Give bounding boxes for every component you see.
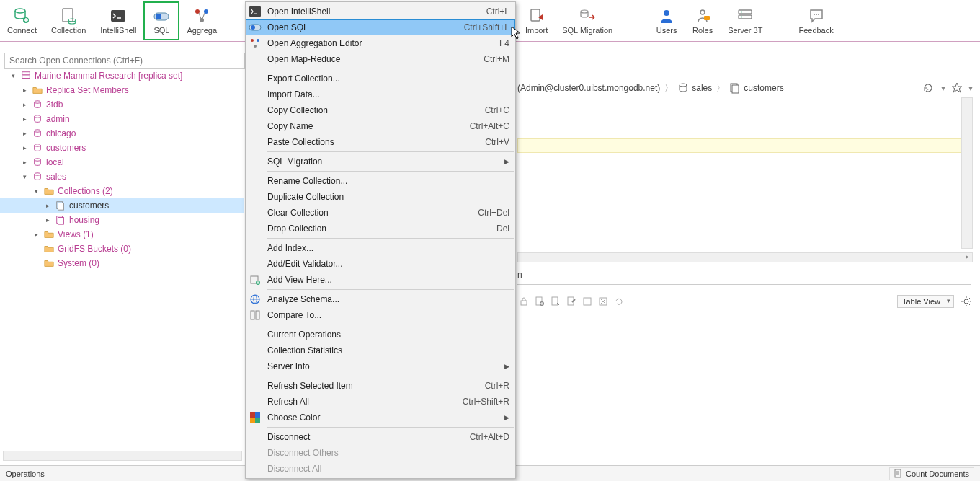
tree-label: local (46, 157, 64, 167)
toolbar-label: Feedback (798, 26, 833, 35)
tree-item[interactable]: ▸3tdb (0, 97, 244, 112)
menu-export-collection[interactable]: Export Collection... (246, 71, 515, 87)
count-documents-button[interactable]: Count Documents (889, 467, 974, 480)
menu-label: Current Operations (263, 330, 509, 340)
toolbar-label: SQL Migration (562, 26, 612, 35)
users-button[interactable]: Users (649, 1, 685, 40)
tree-horizontal-scrollbar[interactable] (3, 451, 242, 461)
tree-root[interactable]: ▾Marine Mammal Research [replica set] (0, 69, 244, 83)
connection-tree: ▾Marine Mammal Research [replica set] ▸R… (0, 69, 244, 452)
tree-item[interactable]: ▸customers (0, 141, 244, 155)
menu-shortcut: F4 (499, 38, 509, 48)
menu-paste-collections[interactable]: Paste CollectionsCtrl+V (246, 134, 515, 150)
menu-shortcut: Ctrl+C (485, 105, 509, 115)
edit-document-icon[interactable] (565, 295, 578, 308)
breadcrumb-collection[interactable]: customers (744, 83, 783, 93)
breadcrumb-database[interactable]: sales (692, 83, 712, 93)
tree-item[interactable]: ▸Replica Set Members (0, 83, 244, 97)
menu-open-aggregation[interactable]: Open Aggregation EditorF4 (246, 35, 515, 51)
menu-label: Refresh All (263, 397, 463, 407)
tree-item[interactable]: GridFS Buckets (0) (0, 242, 244, 256)
folder-icon (43, 229, 55, 240)
menu-copy-name[interactable]: Copy NameCtrl+Alt+C (246, 118, 515, 134)
svg-rect-47 (250, 418, 255, 423)
intellishell-button[interactable]: IntelliShell (93, 1, 143, 40)
tree-item-customers[interactable]: ▸customers (0, 198, 244, 213)
menu-add-view[interactable]: Add View Here... (246, 272, 515, 288)
tree-label: Views (1) (58, 229, 94, 239)
roles-button[interactable]: Roles (685, 1, 721, 40)
menu-clear-collection[interactable]: Clear CollectionCtrl+Del (246, 205, 515, 221)
toolbar-label: Collection (51, 26, 86, 35)
divider (517, 284, 971, 285)
menu-separator (267, 238, 514, 239)
add-document-icon[interactable] (533, 295, 546, 308)
menu-add-index[interactable]: Add Index... (246, 240, 515, 256)
vertical-scrollbar[interactable] (961, 97, 973, 249)
tree-item[interactable]: ▾Collections (2) (0, 184, 244, 198)
menu-choose-color[interactable]: Choose Color▶ (246, 410, 515, 425)
sql-migration-button[interactable]: SQL Migration (555, 1, 620, 40)
menu-drop-collection[interactable]: Drop CollectionDel (246, 221, 515, 237)
update-icon[interactable] (581, 295, 594, 308)
menu-refresh-all[interactable]: Refresh AllCtrl+Shift+R (246, 394, 515, 410)
menu-open-intellishell[interactable]: Open IntelliShellCtrl+L (246, 4, 515, 19)
menu-sql-migration[interactable]: SQL Migration▶ (246, 154, 515, 169)
delete-icon[interactable] (597, 295, 610, 308)
tree-item[interactable]: ▸Views (1) (0, 227, 244, 242)
svg-point-19 (814, 14, 815, 15)
tree-item[interactable]: ▸local (0, 155, 244, 169)
feedback-button[interactable]: Feedback (791, 1, 840, 40)
folder-icon (43, 243, 55, 255)
view-document-icon[interactable] (549, 295, 562, 308)
svg-point-37 (251, 39, 254, 42)
menu-collection-statistics[interactable]: Collection Statistics (246, 343, 515, 358)
menu-open-sql[interactable]: Open SQLCtrl+Shift+L (246, 19, 515, 35)
menu-refresh-selected[interactable]: Refresh Selected ItemCtrl+R (246, 378, 515, 394)
menu-shortcut: Ctrl+Shift+L (464, 22, 509, 32)
menu-import-data[interactable]: Import Data... (246, 87, 515, 102)
lock-icon[interactable] (517, 295, 530, 308)
server-3t-button[interactable]: Server 3T (721, 1, 770, 40)
connect-button[interactable]: Connect (0, 1, 44, 40)
menu-label: Rename Collection... (263, 176, 509, 186)
server-icon (20, 70, 32, 81)
menu-label: Collection Statistics (263, 345, 509, 356)
menu-server-info[interactable]: Server Info▶ (246, 358, 515, 374)
refresh-dropdown-icon[interactable] (922, 82, 935, 94)
svg-rect-43 (251, 311, 254, 319)
tree-item[interactable]: ▾sales (0, 169, 244, 184)
menu-rename-collection[interactable]: Rename Collection... (246, 173, 515, 189)
refresh-icon[interactable] (612, 295, 625, 308)
svg-point-20 (816, 14, 817, 15)
menu-disconnect[interactable]: DisconnectCtrl+Alt+D (246, 429, 515, 445)
menu-label: Drop Collection (263, 224, 496, 234)
menu-duplicate-collection[interactable]: Duplicate Collection (246, 189, 515, 205)
search-input[interactable] (4, 53, 245, 69)
operations-label[interactable]: Operations (6, 469, 45, 478)
breadcrumb-connection[interactable]: (Admin@cluster0.uibst.mongodb.net) (517, 83, 660, 93)
svg-point-17 (741, 12, 742, 13)
sql-button[interactable]: SQL (143, 1, 179, 40)
view-mode-dropdown[interactable]: Table View (897, 295, 954, 308)
tree-item[interactable]: System (0) (0, 256, 244, 270)
menu-separator (267, 171, 514, 172)
menu-open-mapreduce[interactable]: Open Map-ReduceCtrl+M (246, 51, 515, 67)
menu-compare-to[interactable]: Compare To... (246, 307, 515, 323)
menu-add-validator[interactable]: Add/Edit Validator... (246, 256, 515, 272)
menu-analyze-schema[interactable]: Analyze Schema... (246, 291, 515, 307)
svg-point-49 (680, 84, 687, 87)
aggregate-button[interactable]: Aggrega (179, 1, 224, 40)
svg-point-24 (35, 101, 41, 104)
horizontal-scrollbar[interactable]: ▸ (517, 252, 973, 262)
menu-label: Export Collection... (263, 74, 509, 84)
import-button[interactable]: Import (518, 1, 555, 40)
tree-item[interactable]: ▸chicago (0, 126, 244, 141)
collection-button[interactable]: Collection (44, 1, 93, 40)
menu-current-operations[interactable]: Current Operations (246, 327, 515, 343)
tree-item[interactable]: ▸admin (0, 112, 244, 126)
star-icon[interactable] (951, 82, 963, 94)
menu-copy-collection[interactable]: Copy CollectionCtrl+C (246, 102, 515, 118)
gear-icon[interactable] (960, 295, 973, 308)
tree-item[interactable]: ▸housing (0, 213, 244, 227)
